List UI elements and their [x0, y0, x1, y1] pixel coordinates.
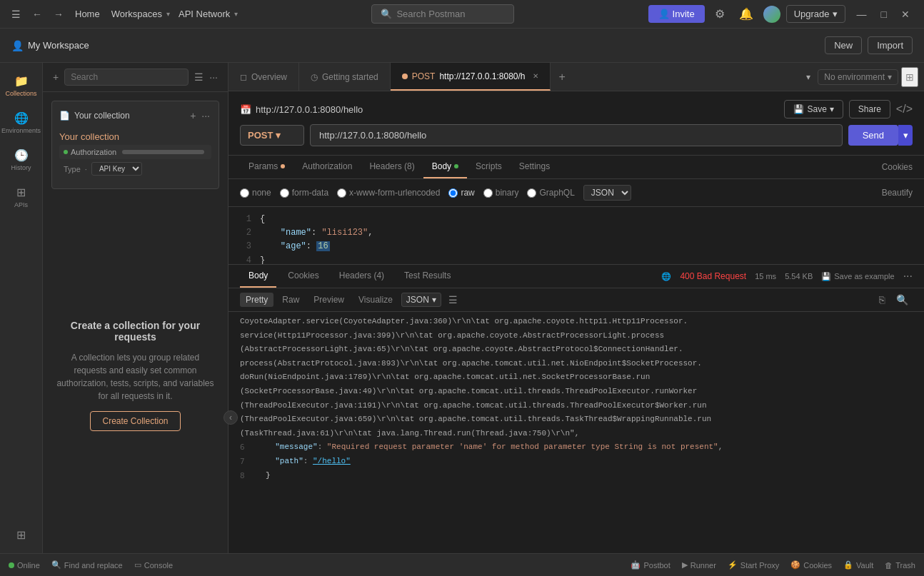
status-bar-right: 🤖 Postbot ▶ Runner ⚡ Start Proxy 🍪 Cooki… [631, 560, 915, 570]
response-more-button[interactable]: ··· [903, 270, 913, 283]
code-editor[interactable]: 1 { 2 "name": "lisi123", 3 "age": 16 4 } [229, 207, 924, 264]
new-button[interactable]: New [825, 36, 862, 54]
vault-item[interactable]: 🔒 Vault [843, 560, 873, 570]
sidebar-item-history[interactable]: 🕒 History [3, 143, 40, 177]
json-format-select[interactable]: JSON [583, 185, 631, 201]
send-dropdown-button[interactable]: ▾ [898, 125, 913, 146]
format-visualize-button[interactable]: Visualize [353, 293, 398, 307]
api-network-menu[interactable]: API Network ▾ [176, 7, 238, 21]
body-urlencoded-radio[interactable] [337, 188, 346, 198]
tab-overview[interactable]: ◻ Overview [229, 63, 299, 91]
body-form-data-option[interactable]: form-data [280, 188, 328, 198]
body-raw-option[interactable]: raw [448, 188, 474, 198]
invite-button[interactable]: 👤 Invite [648, 5, 705, 23]
close-button[interactable]: ✕ [895, 7, 915, 21]
type-select[interactable]: API Key [91, 162, 142, 176]
create-collection-button[interactable]: Create Collection [90, 411, 180, 431]
tab-overflow: ▾ No environment ▾ ⊞ [796, 67, 924, 87]
response-body[interactable]: CoyoteAdapter.service(CoyoteAdapter.java… [229, 312, 924, 553]
find-replace-item[interactable]: 🔍 Find and replace [51, 560, 123, 570]
tab-close-icon[interactable]: ✕ [533, 72, 538, 80]
postbot-item[interactable]: 🤖 Postbot [631, 560, 670, 570]
tab-getting-started[interactable]: ◷ Getting started [299, 63, 391, 91]
panel-collapse-button[interactable]: ‹ [224, 410, 238, 425]
collection-more-button[interactable]: ··· [200, 108, 211, 123]
environment-selector[interactable]: No environment ▾ [818, 69, 898, 85]
tab-scripts[interactable]: Scripts [467, 156, 511, 178]
tab-authorization[interactable]: Authorization [293, 156, 361, 178]
workspaces-menu[interactable]: Workspaces ▾ [109, 7, 170, 21]
tab-post-request[interactable]: POST http://127.0.0.1:8080/h ✕ [391, 63, 551, 91]
resp-tab-headers[interactable]: Headers (4) [331, 265, 393, 288]
body-binary-radio[interactable] [483, 188, 493, 198]
body-none-option[interactable]: none [240, 188, 271, 198]
trash-item[interactable]: 🗑 Trash [885, 560, 915, 570]
sidebar-item-apis[interactable]: ⊞ APIs [3, 180, 40, 214]
resp-line-1: CoyoteAdapter.service(CoyoteAdapter.java… [229, 315, 924, 329]
console-item[interactable]: ▭ Console [134, 560, 173, 570]
body-raw-radio[interactable] [448, 188, 458, 198]
body-urlencoded-option[interactable]: x-www-form-urlencoded [337, 188, 440, 198]
online-status[interactable]: Online [9, 561, 40, 570]
home-link[interactable]: Home [72, 7, 103, 21]
body-binary-option[interactable]: binary [483, 188, 519, 198]
save-example-button[interactable]: 💾 Save as example [821, 272, 894, 281]
method-select[interactable]: POST ▾ [240, 125, 304, 146]
collection-add-button[interactable]: + [189, 108, 197, 123]
url-input[interactable] [310, 124, 843, 146]
maximize-button[interactable]: □ [875, 7, 893, 21]
add-tab-button[interactable]: + [551, 71, 574, 84]
format-raw-button[interactable]: Raw [276, 293, 305, 307]
tab-settings[interactable]: Settings [511, 156, 558, 178]
beautify-button[interactable]: Beautify [882, 188, 913, 198]
calendar-icon: 📅 [240, 104, 251, 115]
collections-search[interactable] [64, 69, 189, 86]
import-button[interactable]: Import [868, 36, 913, 54]
more-options-button[interactable]: ··· [208, 70, 219, 84]
online-label: Online [17, 561, 40, 570]
body-none-radio[interactable] [240, 188, 249, 198]
upgrade-button[interactable]: Upgrade ▾ [786, 5, 845, 23]
cookies-button[interactable]: Cookies [882, 162, 913, 172]
resp-tab-cookies[interactable]: Cookies [279, 265, 327, 288]
wrap-lines-button[interactable]: ☰ [444, 293, 462, 307]
cookies-status-item[interactable]: 🍪 Cookies [790, 560, 832, 570]
avatar[interactable] [763, 6, 780, 23]
minimize-button[interactable]: — [851, 7, 873, 21]
menu-button[interactable]: ☰ [9, 6, 24, 23]
workspace-name: 👤 My Workspace [11, 40, 89, 51]
tab-overflow-button[interactable]: ▾ [802, 69, 815, 85]
layout-icon-button[interactable]: ⊞ [901, 67, 918, 87]
settings-button[interactable]: ⚙ [710, 4, 729, 24]
body-graphql-option[interactable]: GraphQL [527, 188, 574, 198]
forward-button[interactable]: → [51, 6, 66, 23]
format-preview-button[interactable]: Preview [308, 293, 350, 307]
notifications-button[interactable]: 🔔 [735, 4, 758, 24]
file-icon: 📄 [59, 111, 70, 121]
back-button[interactable]: ← [29, 6, 45, 23]
send-button[interactable]: Send [848, 125, 898, 146]
search-box[interactable]: 🔍 Search Postman [371, 4, 514, 24]
body-graphql-radio[interactable] [527, 188, 536, 198]
share-button[interactable]: Share [849, 100, 890, 118]
resp-closing-brace: } [266, 470, 271, 482]
tab-params[interactable]: Params [240, 156, 293, 178]
response-json-select[interactable]: JSON ▾ [401, 293, 441, 307]
runner-item[interactable]: ▶ Runner [682, 560, 716, 570]
sidebar-item-collections[interactable]: 📁 Collections [3, 69, 40, 103]
filter-icon-button[interactable]: ☰ [193, 70, 205, 84]
search-response-button[interactable]: 🔍 [892, 293, 913, 307]
copy-response-button[interactable]: ⎘ [875, 293, 889, 307]
sidebar-item-environments[interactable]: 🌐 Environments [3, 106, 40, 140]
resp-tab-body[interactable]: Body [240, 265, 276, 288]
start-proxy-item[interactable]: ⚡ Start Proxy [728, 560, 779, 570]
save-button[interactable]: 💾 Save ▾ [784, 100, 843, 118]
resp-tab-test-results[interactable]: Test Results [396, 265, 459, 288]
add-collection-button[interactable]: + [51, 70, 60, 84]
format-pretty-button[interactable]: Pretty [240, 293, 273, 307]
sidebar-item-plus[interactable]: ⊞ [3, 522, 40, 547]
code-button[interactable]: </> [896, 100, 913, 118]
body-form-data-radio[interactable] [280, 188, 289, 198]
tab-body[interactable]: Body [423, 156, 467, 178]
tab-headers[interactable]: Headers (8) [361, 156, 423, 178]
